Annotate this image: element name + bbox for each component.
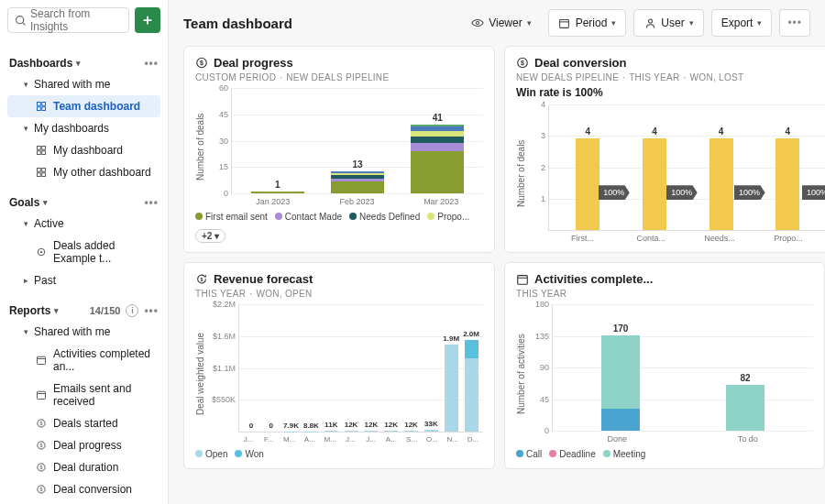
refresh-icon: $ xyxy=(195,273,208,286)
chevron-down-icon: ▾ xyxy=(24,219,28,228)
svg-rect-11 xyxy=(42,169,46,172)
chevron-down-icon: ▾ xyxy=(689,18,694,27)
chevron-down-icon: ▾ xyxy=(24,80,28,89)
calendar-icon xyxy=(558,16,571,29)
y-axis-label: Deal weighted value xyxy=(195,304,205,444)
viewer-dropdown[interactable]: Viewer ▾ xyxy=(462,9,540,37)
dashboard-team[interactable]: Team dashboard xyxy=(7,95,160,117)
svg-rect-8 xyxy=(38,151,41,155)
chevron-down-icon: ▾ xyxy=(24,124,28,133)
svg-text:$: $ xyxy=(40,443,43,448)
report-item[interactable]: $Deals started xyxy=(7,412,160,434)
target-icon xyxy=(35,246,48,258)
sidebar: Search from Insights Dashboards ▾ ••• ▾ … xyxy=(0,0,169,504)
report-item[interactable]: $Deal duration xyxy=(7,456,160,478)
svg-rect-13 xyxy=(42,173,46,177)
chevron-down-icon: ▾ xyxy=(43,198,48,207)
report-item[interactable]: $Deal conversion xyxy=(7,478,160,500)
headline: Win rate is 100% xyxy=(516,86,825,99)
svg-rect-4 xyxy=(38,107,41,111)
user-dropdown[interactable]: User ▾ xyxy=(633,9,703,37)
more-button[interactable]: ••• xyxy=(779,9,810,37)
add-button[interactable] xyxy=(135,7,160,33)
card-subtitle: CUSTOM PERIOD · NEW DEALS PIPELINE xyxy=(195,72,483,82)
card-subtitle: THIS YEAR · WON, OPEN xyxy=(195,289,483,299)
chevron-right-icon: ▸ xyxy=(24,276,28,285)
grid-icon xyxy=(35,144,48,157)
dashboard-my-other[interactable]: My other dashboard xyxy=(7,161,160,183)
legend-more[interactable]: +2 ▾ xyxy=(195,229,226,243)
report-item[interactable]: Emails sent and received xyxy=(7,378,160,412)
svg-rect-6 xyxy=(38,147,41,150)
section-reports[interactable]: Reports ▾ xyxy=(9,304,59,317)
svg-text:$: $ xyxy=(40,487,43,492)
chevron-down-icon: ▾ xyxy=(527,18,532,27)
dots-icon: ••• xyxy=(787,16,802,29)
coin-icon: $ xyxy=(516,57,529,70)
y-axis-label: Number of deals xyxy=(516,104,526,243)
svg-rect-12 xyxy=(38,173,41,177)
goal-deals-added[interactable]: Deals added Example t... xyxy=(7,235,160,269)
chevron-down-icon: ▾ xyxy=(54,306,59,315)
card-title: Deal progress xyxy=(214,56,293,70)
chevron-down-icon: ▾ xyxy=(757,18,762,27)
svg-rect-16 xyxy=(38,356,46,364)
y-axis-label: Number of deals xyxy=(195,88,205,206)
svg-point-33 xyxy=(648,19,652,23)
calendar-icon xyxy=(516,273,529,286)
svg-line-1 xyxy=(22,22,24,24)
report-item[interactable]: $Deal progress xyxy=(7,434,160,456)
card-deal-conversion: $ Deal conversion NEW DEALS PIPELINE · T… xyxy=(504,46,825,253)
reports-more[interactable]: ••• xyxy=(144,304,159,317)
card-activities-completed: Activities complete... THIS YEAR Number … xyxy=(504,262,825,469)
card-title: Activities complete... xyxy=(534,272,653,286)
card-title: Revenue forecast xyxy=(214,272,313,286)
main: Team dashboard Viewer ▾ Period ▾ User ▾ … xyxy=(169,0,825,504)
card-deal-progress: $ Deal progress CUSTOM PERIOD · NEW DEAL… xyxy=(183,46,495,253)
group-shared-with-me[interactable]: ▾ Shared with me xyxy=(7,73,160,95)
svg-point-15 xyxy=(40,251,42,253)
svg-text:$: $ xyxy=(200,60,204,67)
coin-icon: $ xyxy=(35,417,48,430)
info-icon[interactable]: i xyxy=(126,304,138,317)
goals-more[interactable]: ••• xyxy=(144,196,159,209)
svg-point-30 xyxy=(477,21,479,24)
eye-icon xyxy=(471,16,484,29)
export-dropdown[interactable]: Export ▾ xyxy=(711,9,773,37)
section-dashboards[interactable]: Dashboards ▾ xyxy=(9,57,81,70)
search-input[interactable]: Search from Insights xyxy=(7,7,129,33)
dashboards-more[interactable]: ••• xyxy=(144,57,159,70)
chevron-down-icon: ▾ xyxy=(24,327,28,336)
search-icon xyxy=(14,14,27,27)
grid-icon xyxy=(35,100,48,113)
group-reports-shared[interactable]: ▾ Shared with me xyxy=(7,321,160,343)
section-goals[interactable]: Goals ▾ xyxy=(9,196,48,209)
svg-rect-2 xyxy=(38,103,41,106)
coin-icon: $ xyxy=(35,439,48,452)
group-past[interactable]: ▸ Past xyxy=(7,269,160,291)
chevron-down-icon: ▾ xyxy=(76,59,81,68)
search-placeholder: Search from Insights xyxy=(30,7,123,33)
svg-text:$: $ xyxy=(201,277,204,282)
svg-rect-7 xyxy=(42,147,46,150)
svg-text:$: $ xyxy=(40,465,43,470)
svg-point-0 xyxy=(16,16,23,23)
report-item[interactable]: Activities completed an... xyxy=(7,343,160,378)
grid-icon xyxy=(35,166,48,179)
chevron-down-icon: ▾ xyxy=(611,18,616,27)
reports-count: 14/150 xyxy=(90,305,121,316)
coin-icon: $ xyxy=(195,57,208,70)
calendar-icon xyxy=(35,389,48,401)
svg-rect-10 xyxy=(38,169,41,172)
group-my-dashboards[interactable]: ▾ My dashboards xyxy=(7,117,160,139)
svg-text:$: $ xyxy=(40,421,43,426)
plus-icon xyxy=(141,14,154,27)
svg-rect-39 xyxy=(518,275,528,284)
y-axis-label: Number of activities xyxy=(516,304,526,444)
dashboard-my[interactable]: My dashboard xyxy=(7,139,160,161)
report-item[interactable]: $Deals won over time xyxy=(7,500,160,504)
group-active[interactable]: ▾ Active xyxy=(7,213,160,235)
card-title: Deal conversion xyxy=(534,56,626,70)
period-dropdown[interactable]: Period ▾ xyxy=(548,9,627,37)
card-subtitle: NEW DEALS PIPELINE · THIS YEAR · WON, LO… xyxy=(516,72,825,82)
